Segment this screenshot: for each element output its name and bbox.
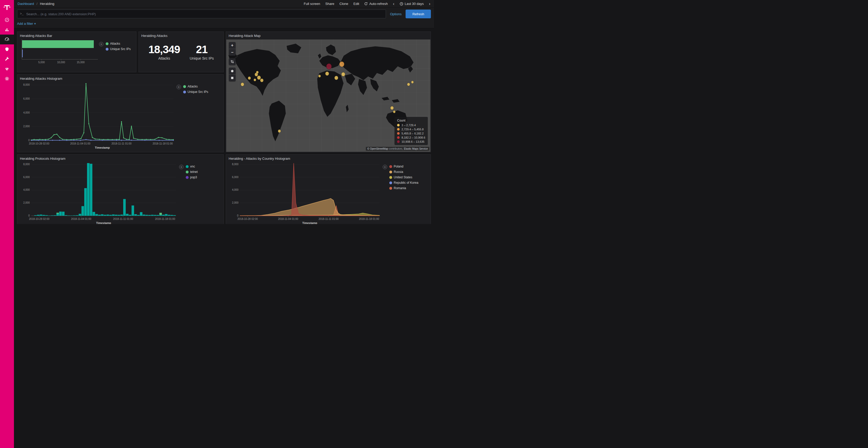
svg-text:5,000: 5,000 [38, 61, 45, 64]
rectangle-tool-button[interactable] [229, 75, 236, 81]
gear-icon [5, 76, 9, 81]
refresh-button[interactable]: Refresh [406, 9, 431, 18]
sidebar-item-visualize[interactable] [0, 25, 14, 35]
breadcrumb-separator: / [36, 2, 37, 6]
panel-title: Heralding Protocols Histogram [17, 154, 223, 161]
zoom-out-button[interactable]: − [229, 49, 236, 56]
plus-icon: + [34, 22, 36, 26]
svg-text:2018-11-04 01:00: 2018-11-04 01:00 [278, 217, 299, 220]
legend-item[interactable]: Attacks [106, 42, 131, 45]
legend-item[interactable]: telnet [186, 170, 197, 174]
top-navbar: Dashboard / Heralding Full screen Share … [14, 0, 434, 8]
svg-text:4,000: 4,000 [23, 188, 30, 191]
chart-legend: ›AttacksUnique Src IPs [177, 81, 208, 96]
app-sidebar [0, 0, 14, 224]
legend-item[interactable]: United States [389, 175, 418, 179]
svg-text:8,000: 8,000 [23, 83, 30, 86]
navbar-actions: Full screen Share Clone Edit Auto-refres… [304, 2, 430, 6]
bar-chart-icon [5, 27, 9, 32]
clone-button[interactable]: Clone [339, 2, 348, 6]
search-input[interactable] [26, 12, 383, 16]
sidebar-item-honeypot[interactable] [0, 44, 14, 54]
svg-text:8,000: 8,000 [23, 163, 30, 166]
panel-protocols-histogram: Heralding Protocols Histogram 02,0004,00… [17, 154, 224, 224]
elastic-maps-service-link[interactable]: Elastic Maps Service [404, 147, 428, 150]
attacks-histogram-chart[interactable]: 02,0004,0006,0008,0002018-10-28 02:00201… [19, 81, 177, 151]
svg-text:2018-11-04 01:00: 2018-11-04 01:00 [71, 217, 91, 220]
zoom-in-button[interactable]: + [229, 42, 236, 49]
legend-item[interactable]: Republic of Korea [389, 181, 418, 184]
svg-text:2,000: 2,000 [232, 201, 239, 204]
panel-title: Heralding Attack Map [226, 32, 431, 38]
chart-legend: ›AttacksUnique Src IPs [99, 38, 131, 53]
metric-attacks: 18,349 Attacks [148, 43, 180, 60]
protocols-histogram-chart[interactable]: 02,0004,0006,0008,0002018-10-28 02:00201… [19, 161, 179, 224]
svg-text:Timestamp: Timestamp [95, 146, 110, 149]
heartbeat-icon [5, 67, 9, 71]
breadcrumb: Dashboard / Heralding [18, 2, 54, 6]
svg-text:Timestamp: Timestamp [96, 221, 111, 224]
wrench-icon [5, 57, 9, 61]
svg-text:2018-10-28 02:00: 2018-10-28 02:00 [238, 217, 258, 220]
share-button[interactable]: Share [325, 2, 334, 6]
svg-text:8,000: 8,000 [232, 163, 239, 166]
svg-text:0: 0 [28, 139, 30, 142]
add-filter-link[interactable]: Add a filter + [17, 22, 36, 26]
refresh-icon [364, 2, 368, 5]
legend-item[interactable]: Romania [389, 186, 418, 190]
sidebar-item-devtools[interactable] [0, 54, 14, 64]
map-attribution: © OpenStreetMap contributors, Elastic Ma… [366, 147, 429, 151]
auto-refresh-button[interactable]: Auto-refresh [364, 2, 388, 6]
panel-title: Heralding Attacks [139, 32, 223, 38]
chart-legend: ›vnctelnetpop3 [179, 161, 197, 181]
legend-item[interactable]: Russia [389, 170, 418, 174]
svg-text:2018-11-11 01:00: 2018-11-11 01:00 [112, 142, 132, 145]
legend-item[interactable]: vnc [186, 165, 197, 168]
legend-toggle-icon[interactable]: › [382, 165, 387, 169]
svg-text:4,000: 4,000 [232, 188, 239, 191]
svg-text:2018-10-28 02:00: 2018-10-28 02:00 [29, 217, 49, 220]
time-back-button[interactable]: ‹ [393, 2, 395, 6]
attacks-bar-chart[interactable]: 5,00010,00015,000 [19, 38, 99, 65]
panel-title: Heralding Attacks Histogram [17, 75, 223, 81]
rectangle-icon [230, 76, 234, 80]
polygon-icon [230, 69, 234, 73]
legend-toggle-icon[interactable]: › [177, 84, 181, 89]
panel-country-histogram: Heralding - Attacks by Country Histogram… [226, 154, 431, 224]
legend-item[interactable]: pop3 [186, 175, 197, 179]
sidebar-item-management[interactable] [0, 74, 14, 83]
sidebar-item-monitoring[interactable] [0, 64, 14, 74]
legend-item[interactable]: Unique Src IPs [106, 47, 131, 51]
crop-tool-button[interactable] [229, 58, 236, 65]
attack-map[interactable]: + − [226, 39, 430, 152]
polygon-tool-button[interactable] [229, 68, 236, 74]
options-link[interactable]: Options [390, 12, 402, 16]
time-forward-button[interactable]: › [429, 2, 430, 6]
legend-toggle-icon[interactable]: › [99, 42, 103, 46]
legend-item[interactable]: Poland [389, 165, 418, 168]
svg-text:6,000: 6,000 [23, 97, 30, 100]
telekom-t-icon [4, 4, 10, 11]
svg-text:2,000: 2,000 [23, 201, 30, 204]
sidebar-item-discover[interactable] [0, 15, 14, 25]
fullscreen-button[interactable]: Full screen [304, 2, 320, 6]
svg-text:0: 0 [237, 214, 239, 217]
openstreetmap-link[interactable]: © OpenStreetMap [367, 147, 388, 150]
legend-toggle-icon[interactable]: › [179, 165, 184, 169]
map-legend-item: 5,455.8 – 8,182.2 [397, 132, 425, 135]
legend-item[interactable]: Unique Src IPs [183, 90, 208, 94]
panel-attack-map: Heralding Attack Map [226, 32, 431, 152]
svg-text:2018-11-11 01:00: 2018-11-11 01:00 [318, 217, 339, 220]
legend-item[interactable]: Attacks [183, 84, 208, 88]
edit-button[interactable]: Edit [353, 2, 359, 6]
svg-text:10,000: 10,000 [57, 61, 65, 64]
svg-text:2018-10-28 02:00: 2018-10-28 02:00 [29, 142, 49, 145]
breadcrumb-dashboard[interactable]: Dashboard [18, 2, 34, 6]
country-histogram-chart[interactable]: 02,0004,0006,0008,0002018-10-28 02:00201… [227, 161, 382, 224]
map-legend-item: 2,729.4 – 5,455.8 [397, 128, 425, 131]
compass-icon [5, 18, 9, 22]
crop-icon [230, 60, 234, 64]
panel-title: Heralding - Attacks by Country Histogram [226, 154, 431, 161]
time-picker-button[interactable]: Last 30 days [400, 2, 424, 6]
sidebar-item-dashboard[interactable] [0, 35, 14, 44]
